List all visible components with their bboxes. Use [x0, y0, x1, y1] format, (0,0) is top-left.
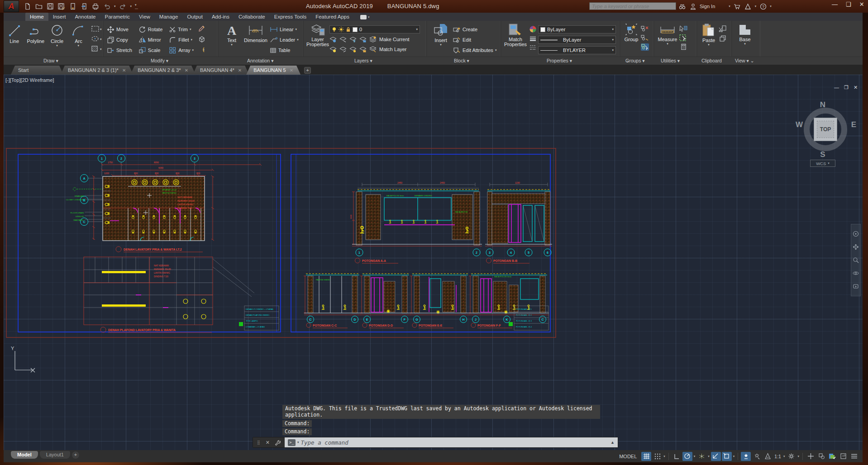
command-icon[interactable]: >_ [288, 439, 296, 446]
object-snap-toggle[interactable] [722, 452, 732, 461]
ribbon-display-toggle[interactable]: ▾ [360, 14, 370, 21]
customize-qat-dropdown[interactable]: ▾― [135, 3, 138, 10]
linear-dimension-button[interactable]: Linear▾ [270, 25, 299, 33]
layer-unisolate-icon[interactable] [339, 47, 347, 52]
viewcube-west[interactable]: W [796, 120, 803, 129]
plot-button[interactable] [91, 2, 100, 10]
help-search-input[interactable] [589, 2, 676, 10]
ribbon-tab-express-tools[interactable]: Express Tools [270, 13, 311, 21]
table-button[interactable]: Table [270, 46, 299, 54]
measure-button[interactable]: Measure ▾ [656, 21, 679, 57]
viewcube-south[interactable]: S [820, 150, 825, 159]
snap-mode-toggle[interactable] [652, 452, 662, 461]
scale-dropdown[interactable]: ▾ [783, 455, 786, 458]
hardware-acceleration-button[interactable] [827, 452, 837, 461]
base-button[interactable]: Base ▾ [734, 21, 755, 57]
ribbon-tab-output[interactable]: Output [182, 13, 207, 21]
ribbon-tab-manage[interactable]: Manage [155, 13, 183, 21]
offset-button[interactable] [198, 46, 205, 53]
make-current-button[interactable]: Make Current [379, 37, 410, 42]
text-button[interactable]: A Text ▾ [222, 21, 242, 57]
ribbon-tab-addins[interactable]: Add-ins [207, 13, 234, 21]
panel-label-properties[interactable]: Properties ▾ ⌄ [547, 58, 630, 63]
mobile-app-button[interactable] [69, 2, 77, 10]
command-input-field[interactable]: >_ ▾ ▲ [285, 437, 618, 447]
full-navigation-wheel-icon[interactable] [853, 231, 859, 237]
close-tab-icon[interactable]: ✕ [122, 68, 126, 73]
erase-button[interactable] [198, 25, 205, 33]
file-tab-bangunan-5[interactable]: BANGUNAN 5✕ [246, 66, 300, 75]
command-input[interactable] [301, 439, 609, 446]
ellipse-button[interactable]: ▾ [91, 35, 103, 42]
match-layer-button[interactable]: Match Layer [379, 47, 407, 52]
snap-dropdown[interactable]: ▾ [663, 455, 666, 458]
save-as-button[interactable] [57, 2, 66, 10]
undo-dropdown[interactable]: ▾ [114, 5, 116, 8]
insert-dropdown[interactable]: ▾ [440, 43, 442, 47]
object-snap-dropdown[interactable]: ▾ [733, 455, 735, 458]
fillet-button[interactable]: Fillet▾ [169, 36, 194, 44]
viewcube-top-face[interactable]: TOP [814, 118, 837, 141]
move-button[interactable]: Move [107, 25, 132, 33]
space-indicator[interactable]: MODEL [619, 454, 637, 459]
arc-dropdown[interactable]: ▾ [78, 44, 80, 47]
fillet-dropdown[interactable]: ▾ [191, 38, 193, 42]
new-layout-button[interactable]: + [72, 451, 79, 459]
save-button[interactable] [46, 2, 54, 10]
isodraft-toggle[interactable] [696, 452, 706, 461]
orbit-icon[interactable] [853, 270, 859, 276]
ribbon-tab-featured-apps[interactable]: Featured Apps [311, 13, 354, 21]
autodesk-exchange-icon[interactable] [744, 2, 752, 10]
paste-button[interactable]: Paste ▾ [699, 21, 719, 57]
autoscale-toggle[interactable] [752, 452, 762, 461]
help-icon[interactable]: ? [759, 2, 767, 10]
ribbon-tab-annotate[interactable]: Annotate [70, 13, 100, 21]
new-file-button[interactable] [24, 2, 32, 10]
ribbon-tab-insert[interactable]: Insert [48, 13, 71, 21]
panel-label-groups[interactable]: Groups ▾ [625, 58, 645, 63]
redo-dropdown[interactable]: ▾ [130, 5, 132, 8]
text-dropdown[interactable]: ▾ [231, 43, 233, 47]
measure-dropdown[interactable]: ▾ [667, 42, 668, 46]
open-file-button[interactable] [35, 2, 43, 10]
exchange-dropdown[interactable]: ▾ [755, 5, 757, 8]
create-block-button[interactable]: Create [453, 25, 496, 33]
close-button[interactable]: ✕ [859, 1, 864, 8]
object-color-combo[interactable]: ByLayer▾ [538, 25, 616, 33]
layer-off-icon[interactable] [329, 37, 337, 43]
show-motion-icon[interactable] [853, 283, 859, 289]
paste-dropdown[interactable]: ▾ [708, 43, 710, 47]
ribbon-tab-view[interactable]: View [134, 13, 155, 21]
quick-select-button[interactable] [679, 25, 687, 32]
group-edit-button[interactable] [641, 34, 649, 41]
trim-dropdown[interactable]: ▾ [190, 28, 191, 31]
leader-dropdown[interactable]: ▾ [297, 38, 299, 42]
circle-button[interactable]: Circle ▾ [47, 21, 68, 57]
command-bar-grip[interactable]: ⣿ ✕ [253, 437, 285, 447]
leader-button[interactable]: Leader▾ [270, 36, 299, 44]
linetype-combo[interactable]: BYLAYER▾ [538, 46, 616, 54]
layer-lock-toggle-icon[interactable] [359, 37, 367, 43]
viewcube-north[interactable]: N [820, 100, 825, 109]
help-dropdown[interactable]: ▾ [770, 5, 772, 8]
polyline-button[interactable]: Polyline [25, 21, 46, 57]
ribbon-tab-parametric[interactable]: Parametric [100, 13, 135, 21]
polar-dropdown[interactable]: ▾ [693, 455, 696, 458]
annotation-scale-icon[interactable] [763, 452, 773, 461]
layer-select-combo[interactable]: 0 ▾ [329, 25, 420, 33]
circle-dropdown[interactable]: ▾ [56, 44, 58, 47]
arc-button[interactable]: Arc ▾ [68, 21, 89, 57]
panel-label-modify[interactable]: Modify ▾ [151, 58, 168, 63]
new-drawing-tab-button[interactable]: + [304, 67, 311, 74]
linetype-icon[interactable] [529, 45, 537, 50]
panel-label-layers[interactable]: Layers ▾ [354, 58, 372, 63]
file-tab-start[interactable]: Start [11, 66, 63, 75]
color-wheel-icon[interactable] [529, 25, 537, 33]
close-command-icon[interactable]: ✕ [266, 440, 270, 446]
group-button[interactable]: Group [622, 21, 641, 57]
model-tab[interactable]: Model [11, 451, 38, 459]
trim-button[interactable]: Trim▾ [169, 25, 194, 33]
close-tab-icon[interactable]: ✕ [290, 68, 293, 73]
file-tab-bangunan-2-3[interactable]: BANGUNAN 2 & 3*✕ [130, 66, 196, 75]
search-icon[interactable] [678, 2, 686, 10]
